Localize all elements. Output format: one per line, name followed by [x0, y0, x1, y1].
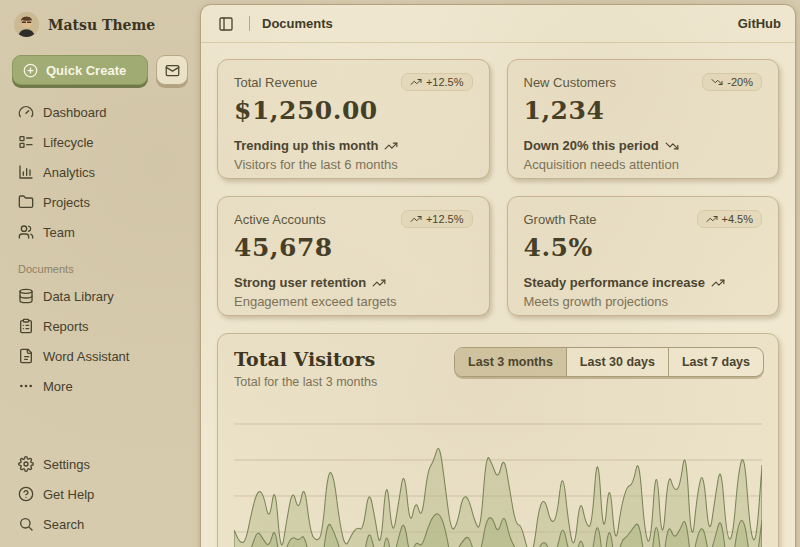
sidebar-item-label: Get Help: [43, 487, 94, 502]
clipboard-icon: [18, 318, 34, 334]
sidebar-item-settings[interactable]: Settings: [12, 449, 188, 479]
help-icon: [18, 486, 34, 502]
trend-badge: -20%: [702, 73, 762, 91]
badge-value: +12.5%: [426, 213, 464, 225]
stat-label: Total Revenue: [234, 73, 317, 90]
folder-icon: [18, 194, 34, 210]
stat-card-total-revenue: Total Revenue +12.5% $1,250.00 Trending …: [217, 59, 490, 179]
app-title: Matsu Theme: [48, 17, 155, 33]
github-link[interactable]: GitHub: [738, 16, 781, 31]
main-header: Documents GitHub: [201, 5, 795, 43]
stat-cards-grid: Total Revenue +12.5% $1,250.00 Trending …: [217, 59, 779, 316]
sidebar-nav-footer: Settings Get Help Search: [12, 449, 188, 541]
panel-left-icon: [218, 16, 234, 32]
quick-create-label: Quick Create: [46, 63, 126, 78]
trending-up-icon: [711, 276, 725, 290]
main-panel: Documents GitHub Total Revenue +12.5% $1…: [200, 4, 796, 547]
stat-value: 1,234: [524, 96, 763, 125]
trending-up-icon: [372, 276, 386, 290]
sidebar-toggle-button[interactable]: [215, 13, 237, 35]
stat-card-new-customers: New Customers -20% 1,234 Down 20% this p…: [507, 59, 780, 179]
file-text-icon: [18, 348, 34, 364]
sidebar-nav-main: Dashboard Lifecycle Analytics Projects T…: [12, 97, 188, 247]
trending-down-icon: [711, 76, 723, 88]
badge-value: +4.5%: [722, 213, 754, 225]
sidebar-item-label: Settings: [43, 457, 90, 472]
sidebar-item-lifecycle[interactable]: Lifecycle: [12, 127, 188, 157]
sidebar-item-word-assistant[interactable]: Word Assistant: [12, 341, 188, 371]
sidebar-section-documents: Documents: [18, 263, 182, 275]
stat-footer-primary: Steady performance increase: [524, 275, 705, 290]
sidebar-nav-documents: Data Library Reports Word Assistant More: [12, 281, 188, 401]
stat-footer-secondary: Engagement exceed targets: [234, 294, 473, 309]
ellipsis-icon: [18, 378, 34, 394]
stat-footer-primary: Trending up this month: [234, 138, 378, 153]
sidebar-item-label: Projects: [43, 195, 90, 210]
sidebar-item-data-library[interactable]: Data Library: [12, 281, 188, 311]
sidebar-item-label: Team: [43, 225, 75, 240]
stat-footer-primary: Strong user retention: [234, 275, 366, 290]
header-divider: [249, 16, 250, 31]
sidebar: Matsu Theme Quick Create Dashboard Lifec…: [0, 0, 200, 547]
sidebar-item-more[interactable]: More: [12, 371, 188, 401]
tab-last-3-months[interactable]: Last 3 months: [455, 348, 567, 376]
sidebar-item-reports[interactable]: Reports: [12, 311, 188, 341]
chart-bar-icon: [18, 164, 34, 180]
app-logo[interactable]: Matsu Theme: [12, 10, 188, 41]
sidebar-item-team[interactable]: Team: [12, 217, 188, 247]
sidebar-item-label: Data Library: [43, 289, 114, 304]
sidebar-item-get-help[interactable]: Get Help: [12, 479, 188, 509]
search-icon: [18, 516, 34, 532]
trending-up-icon: [410, 213, 422, 225]
visitors-area-chart[interactable]: [234, 411, 762, 547]
sidebar-item-projects[interactable]: Projects: [12, 187, 188, 217]
trending-up-icon: [410, 76, 422, 88]
trending-up-icon: [706, 213, 718, 225]
circle-plus-icon: [23, 63, 38, 78]
avatar: [14, 12, 39, 37]
stat-footer-primary: Down 20% this period: [524, 138, 659, 153]
stat-footer-secondary: Acquisition needs attention: [524, 157, 763, 172]
sidebar-item-search[interactable]: Search: [12, 509, 188, 539]
sidebar-item-label: Lifecycle: [43, 135, 94, 150]
stat-value: 4.5%: [524, 233, 763, 262]
trend-badge: +12.5%: [401, 210, 473, 228]
sidebar-item-dashboard[interactable]: Dashboard: [12, 97, 188, 127]
gauge-icon: [18, 104, 34, 120]
badge-value: -20%: [727, 76, 753, 88]
stat-card-growth-rate: Growth Rate +4.5% 4.5% Steady performanc…: [507, 196, 780, 316]
stat-footer-secondary: Visitors for the last 6 months: [234, 157, 473, 172]
inbox-button[interactable]: [156, 55, 188, 85]
sidebar-item-label: More: [43, 379, 73, 394]
stat-label: New Customers: [524, 73, 616, 90]
total-visitors-card: Total Visitors Total for the last 3 mont…: [217, 333, 779, 547]
users-icon: [18, 224, 34, 240]
badge-value: +12.5%: [426, 76, 464, 88]
trend-badge: +4.5%: [697, 210, 763, 228]
stat-value: 45,678: [234, 233, 473, 262]
stat-footer-secondary: Meets growth projections: [524, 294, 763, 309]
sidebar-item-label: Word Assistant: [43, 349, 129, 364]
sidebar-item-label: Search: [43, 517, 84, 532]
trend-badge: +12.5%: [401, 73, 473, 91]
stat-value: $1,250.00: [234, 96, 473, 125]
trending-up-icon: [384, 139, 398, 153]
sidebar-item-label: Analytics: [43, 165, 95, 180]
tab-last-30-days[interactable]: Last 30 days: [567, 348, 669, 376]
layout-list-icon: [18, 134, 34, 150]
database-icon: [18, 288, 34, 304]
breadcrumb: Documents: [262, 16, 333, 31]
stat-card-active-accounts: Active Accounts +12.5% 45,678 Strong use…: [217, 196, 490, 316]
stat-label: Active Accounts: [234, 210, 326, 227]
quick-create-button[interactable]: Quick Create: [12, 55, 148, 85]
sidebar-item-label: Reports: [43, 319, 89, 334]
chart-subtitle: Total for the last 3 months: [234, 375, 762, 389]
tab-last-7-days[interactable]: Last 7 days: [669, 348, 763, 376]
trending-down-icon: [665, 139, 679, 153]
sidebar-item-label: Dashboard: [43, 105, 107, 120]
chart-range-tabs: Last 3 months Last 30 days Last 7 days: [454, 347, 764, 377]
gear-icon: [18, 456, 34, 472]
mail-icon: [165, 63, 180, 78]
sidebar-item-analytics[interactable]: Analytics: [12, 157, 188, 187]
stat-label: Growth Rate: [524, 210, 597, 227]
